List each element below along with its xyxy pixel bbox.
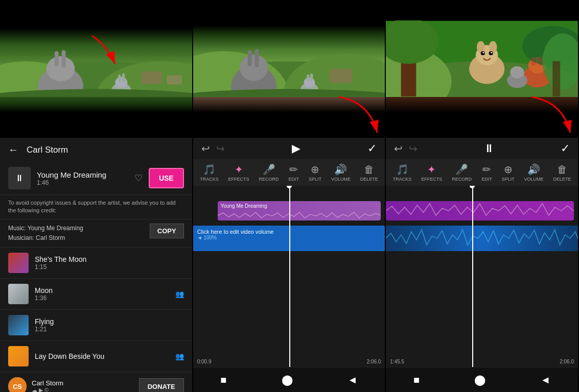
p3-tool-record[interactable]: 🎤 RECORD [452,163,472,182]
copy-button[interactable]: COPY [150,224,184,238]
track-thumb-3 [8,315,29,335]
p2-delete-label: DELETE [360,177,378,182]
track-list-item-4[interactable]: Lay Down Beside You 👥 [0,341,192,372]
p3-tool-effects[interactable]: ✦ EFFECTS [421,163,442,182]
p2-timeline: Young Me Dreaming Click here to edit vid… [193,186,385,367]
p2-tool-delete[interactable]: 🗑 DELETE [360,164,378,182]
p3-playhead [472,186,473,367]
track-list-item-1[interactable]: She's The Moon 1:15 [0,248,192,279]
p3-timestamp-start: 1:45.5 [390,359,404,364]
p2-tool-record[interactable]: 🎤 RECORD [259,163,279,182]
svg-rect-52 [553,61,561,96]
track-list-name-2: Moon [35,286,175,295]
svg-point-4 [47,56,75,81]
avatar-image: CS [8,377,27,392]
credit-text: Music: Young Me DreamingMusician: Carl S… [8,224,83,243]
p2-tool-effects[interactable]: ✦ EFFECTS [228,163,249,182]
p3-black-bar-bottom [386,117,578,138]
p2-play-button[interactable]: ▶ [292,142,300,155]
p3-pause-button[interactable]: ⏸ [483,142,495,155]
artist-avatar: CS [8,377,27,392]
p3-undo-icon[interactable]: ↩ [394,142,403,155]
svg-point-25 [304,78,315,88]
p3-edit-icon: ✏ [482,163,491,176]
p2-tool-split[interactable]: ⊕ SPLIT [309,163,321,182]
p3-tool-tracks[interactable]: 🎵 TRACKS [393,163,412,182]
p3-black-bar-top [386,0,578,20]
p3-tool-delete[interactable]: 🗑 DELETE [553,164,571,182]
svg-rect-5 [55,51,59,66]
svg-rect-12 [142,71,162,84]
use-button[interactable]: USE [149,168,184,188]
svg-point-49 [511,66,525,79]
nav-home-3[interactable]: ⬤ [474,374,485,386]
p2-check-button[interactable]: ✓ [367,142,377,155]
p3-animation-svg [386,20,578,97]
p2-edit-label: EDIT [289,177,299,182]
track-list-dur-3: 1:21 [35,326,184,333]
p2-effects-label: EFFECTS [228,177,249,182]
svg-rect-13 [167,76,182,85]
p3-video-waveform [386,226,578,251]
nav-home-2[interactable]: ⬤ [282,374,293,386]
track-thumb-1 [8,253,29,273]
p2-black-bar-bottom [193,117,385,138]
p3-video-frame [386,20,578,117]
p2-delete-icon: 🗑 [364,164,374,176]
p3-edit-label: EDIT [481,177,492,182]
track-thumb-4 [8,346,29,366]
p2-redo-icon[interactable]: ↪ [216,142,225,155]
heart-icon[interactable]: ♡ [134,173,143,184]
p2-split-icon: ⊕ [311,163,319,176]
track-list-info-3: Flying 1:21 [35,317,184,333]
p3-music-track[interactable] [386,201,574,220]
nav-stop-2[interactable]: ■ [220,374,226,386]
track-list-name-4: Lay Down Beside You [35,352,175,360]
svg-point-21 [240,55,268,81]
back-button[interactable]: ← [8,144,18,156]
nav-stop-3[interactable]: ■ [413,374,420,386]
p2-editor-tools: 🎵 TRACKS ✦ EFFECTS 🎤 RECORD ✏ EDIT ⊕ SPL… [193,159,385,186]
nav-back-3[interactable]: ◄ [541,374,551,386]
p2-record-label: RECORD [259,177,279,182]
p3-redo-icon[interactable]: ↪ [409,142,418,155]
donate-button[interactable]: DONATE [139,378,184,392]
svg-rect-22 [247,50,251,66]
svg-rect-29 [330,69,352,83]
p3-timestamps: 1:45.5 2:06.0 [386,359,578,364]
nav-back-2[interactable]: ◄ [348,374,358,386]
panel-video-editor-2: ↩ ↪ ▶ ✓ 🎵 TRACKS ✦ EFFECTS 🎤 RE [193,0,386,392]
p3-tool-volume[interactable]: 🔊 VOLUME [524,163,544,182]
bottom-nav-2: ■ ⬤ ◄ [193,367,385,392]
p2-tool-volume[interactable]: 🔊 VOLUME [331,163,351,182]
p2-tracks-label: TRACKS [200,177,219,182]
p2-tool-edit[interactable]: ✏ EDIT [289,163,299,182]
p2-undo-icon[interactable]: ↩ [201,142,210,155]
active-track-item[interactable]: ⏸ Young Me Dreaming 1:46 ♡ USE [0,162,192,195]
p2-timestamp-end: 2:06.0 [367,359,381,364]
svg-rect-9 [118,75,121,83]
p2-timestamp-start: 0:00.9 [197,359,212,364]
p3-tool-edit[interactable]: ✏ EDIT [481,163,492,182]
p2-tool-tracks[interactable]: 🎵 TRACKS [200,163,219,182]
track-list-info-4: Lay Down Beside You [35,352,175,360]
p2-toolbar-right: ✓ [367,142,377,155]
copyright-notice: To avoid copyright issues & support the … [0,195,192,219]
track-list-item-2[interactable]: Moon 1:36 👥 [0,279,192,310]
p2-tracks-icon: 🎵 [203,163,216,176]
track-list-item-3[interactable]: Flying 1:21 [0,310,192,341]
p2-volume-label: VOLUME [331,177,351,182]
p2-music-track[interactable]: Young Me Dreaming [218,201,381,220]
p3-tool-split[interactable]: ⊕ SPLIT [502,163,515,182]
p3-video-track[interactable] [386,226,578,251]
p3-record-label: RECORD [452,177,472,182]
artist-name: Carl Storm [32,379,139,387]
p3-check-button[interactable]: ✓ [561,142,570,155]
back-bar: ← Carl Storm [0,138,192,162]
video-frame [0,20,192,117]
p2-video-frame [193,20,385,117]
track-list-dur-2: 1:36 [35,295,175,302]
video-black-bar-top [0,0,192,20]
p3-tracks-label: TRACKS [393,177,412,182]
p2-video-wrap [193,0,385,138]
